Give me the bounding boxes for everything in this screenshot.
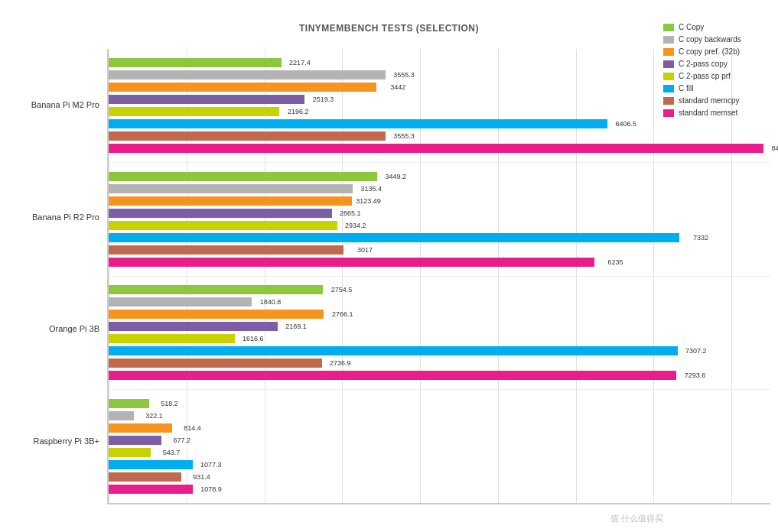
bar: 1078.9 [109, 485, 193, 494]
bar-row: 814.4 [109, 423, 770, 433]
bar-row: 2169.1 [109, 321, 770, 332]
bar: 2217.4 [109, 58, 282, 67]
y-axis-label: Raspberry Pi 3B+ [8, 436, 107, 446]
legend-color [663, 24, 674, 31]
legend-item: C copy backwards [663, 35, 770, 44]
bar-row: 2519.3 [109, 94, 770, 105]
bar: 8412.3 [109, 144, 763, 153]
bar-value-label: 2196.2 [288, 108, 309, 115]
bar-value-label: 1840.8 [260, 298, 282, 306]
bar-row: 3135.4 [109, 183, 770, 194]
bar-group: 2754.51840.82766.12169.11616.67307.22736… [109, 277, 770, 391]
bar-row: 1077.3 [109, 459, 770, 470]
bar-row: 3555.3 [109, 131, 770, 141]
bar-group: 2217.43555.334422519.32196.26406.53555.3… [109, 49, 770, 163]
bar-value-label: 6235 [607, 258, 623, 266]
y-axis-label: Orange Pi 3B [8, 324, 107, 333]
bar: 1077.3 [109, 460, 193, 469]
bar-value-label: 3555.3 [393, 132, 415, 140]
bar: 6235 [109, 258, 594, 267]
bar-value-label: 3442 [390, 83, 405, 91]
bar-value-label: 2754.5 [331, 286, 353, 294]
bar-row: 1840.8 [109, 297, 770, 307]
bar: 543.7 [109, 448, 151, 457]
bar: 518.2 [109, 399, 149, 408]
bar-value-label: 814.4 [184, 424, 201, 432]
bar-group: 3449.23135.43123.492865.12934.2733230176… [109, 163, 770, 277]
bar-value-label: 1078.9 [200, 485, 222, 493]
bar-value-label: 677.2 [173, 436, 190, 444]
bar-row: 2736.9 [109, 358, 770, 368]
bar-value-label: 6406.5 [615, 120, 636, 128]
bar: 2934.2 [109, 221, 337, 230]
bar-row: 543.7 [109, 447, 770, 458]
y-axis-label: Banana Pi R2 Pro [8, 212, 107, 222]
bar-row: 2754.5 [109, 284, 770, 295]
bar: 7293.6 [109, 371, 676, 380]
bar-row: 7293.6 [109, 370, 770, 381]
bars-section: 2217.43555.334422519.32196.26406.53555.3… [107, 49, 770, 504]
bar: 3017 [109, 245, 343, 255]
chart-title: TINYMEMBENCH TESTS (SELECTION) [8, 23, 770, 34]
bar: 2865.1 [109, 209, 332, 218]
bar: 2754.5 [109, 285, 323, 294]
bar: 3442 [109, 83, 376, 92]
bar: 2519.3 [109, 95, 304, 104]
bar: 7307.2 [109, 346, 678, 355]
bar-row: 2865.1 [109, 208, 770, 219]
bar-value-label: 3017 [357, 246, 373, 254]
bar-row: 322.1 [109, 410, 770, 421]
bar: 2196.2 [109, 107, 279, 116]
y-axis: Banana Pi M2 ProBanana Pi R2 ProOrange P… [8, 49, 107, 504]
bar-value-label: 8412.3 [772, 144, 778, 152]
bar-row: 518.2 [109, 398, 770, 409]
bar-value-label: 1077.3 [200, 461, 222, 469]
bar-value-label: 322.1 [145, 412, 163, 420]
bar-value-label: 2519.3 [313, 96, 334, 103]
bar-row: 2934.2 [109, 220, 770, 231]
bar-row: 2196.2 [109, 106, 770, 117]
bar-row: 3449.2 [109, 171, 770, 182]
y-axis-label: Banana Pi M2 Pro [8, 100, 107, 109]
bar-value-label: 3123.49 [356, 197, 381, 205]
bar: 814.4 [109, 423, 172, 433]
bar: 3123.49 [109, 196, 352, 206]
groups-container: 2217.43555.334422519.32196.26406.53555.3… [109, 49, 770, 503]
legend-text: C copy backwards [679, 35, 741, 44]
bar: 3135.4 [109, 184, 353, 193]
bar-value-label: 518.2 [161, 400, 178, 407]
legend-item: C Copy [663, 23, 770, 31]
legend-color [663, 36, 674, 44]
bar-row: 6406.5 [109, 118, 770, 129]
bar-value-label: 7307.2 [685, 347, 707, 355]
bar-row: 1078.9 [109, 484, 770, 495]
bar: 677.2 [109, 436, 161, 445]
bar: 1840.8 [109, 297, 252, 307]
bar-value-label: 7332 [693, 234, 708, 242]
bar-row: 7332 [109, 232, 770, 243]
bar-row: 3442 [109, 82, 770, 92]
bar: 7332 [109, 233, 679, 242]
bar-value-label: 1616.6 [243, 335, 264, 342]
bar: 931.4 [109, 472, 181, 482]
chart-area: Banana Pi M2 ProBanana Pi R2 ProOrange P… [8, 49, 770, 504]
bar-value-label: 2865.1 [340, 209, 361, 217]
bar-row: 8412.3 [109, 143, 770, 154]
bar-row: 6235 [109, 257, 770, 268]
chart-container: TINYMEMBENCH TESTS (SELECTION) Banana Pi… [0, 0, 778, 532]
bar-value-label: 2736.9 [330, 359, 351, 367]
bar-value-label: 3555.3 [393, 71, 415, 79]
bar-value-label: 543.7 [163, 449, 181, 456]
bar: 2169.1 [109, 322, 278, 331]
bar-row: 2217.4 [109, 57, 770, 68]
bar-row: 1616.6 [109, 333, 770, 344]
bar-value-label: 2934.2 [345, 222, 366, 229]
bar: 3555.3 [109, 131, 386, 141]
bar-row: 3017 [109, 245, 770, 255]
bar: 2736.9 [109, 358, 322, 368]
bar-value-label: 7293.6 [685, 371, 706, 379]
bar-row: 677.2 [109, 435, 770, 446]
bar-row: 2766.1 [109, 309, 770, 320]
bar: 3555.3 [109, 70, 386, 79]
bar-group: 518.2322.1814.4677.2543.71077.3931.41078… [109, 390, 770, 503]
